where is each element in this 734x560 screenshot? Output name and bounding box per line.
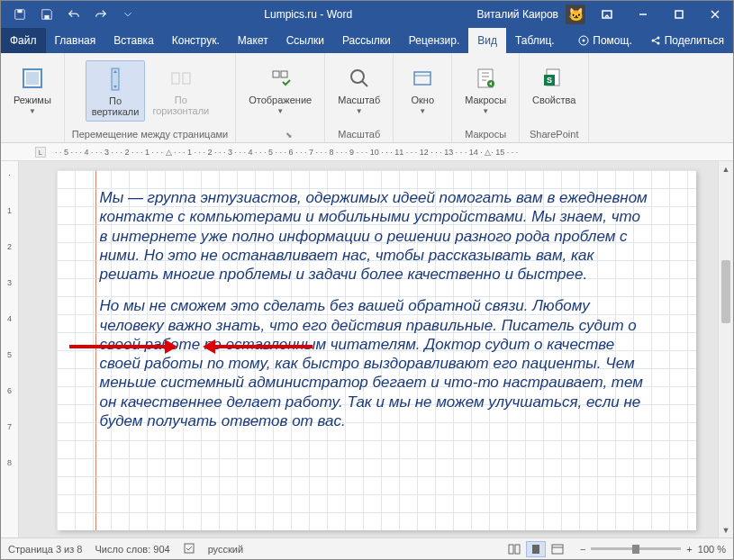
display-button[interactable]: Отображение ▼ — [243, 60, 317, 119]
zoom-controls: − + 100 % — [580, 544, 726, 555]
tab-layout[interactable]: Макет — [229, 28, 277, 53]
svg-rect-1 — [17, 10, 22, 14]
ribbon-tabs: Файл Главная Вставка Конструк. Макет Ссы… — [1, 28, 733, 53]
tab-selector[interactable]: L — [35, 147, 46, 158]
qat-dropdown-icon[interactable] — [116, 3, 140, 26]
tab-share[interactable]: Поделиться — [641, 28, 733, 53]
svg-rect-32 — [509, 545, 513, 554]
proofing-icon[interactable] — [183, 542, 195, 556]
macros-button[interactable]: Макросы ▼ — [459, 60, 512, 119]
svg-rect-21 — [281, 71, 287, 77]
chevron-down-icon: ▼ — [419, 107, 426, 115]
svg-rect-18 — [172, 73, 179, 84]
modes-button[interactable]: Режимы ▼ — [8, 60, 57, 119]
window-icon — [408, 64, 437, 93]
user-section: Виталий Каиров 🐱 — [476, 5, 589, 24]
svg-rect-34 — [532, 545, 539, 554]
tab-mailings[interactable]: Рассылки — [333, 28, 400, 53]
status-wordcount[interactable]: Число слов: 904 — [95, 544, 169, 555]
svg-text:S: S — [547, 76, 552, 85]
horizontal-ruler[interactable]: L · · 5 · · · 4 · · · 3 · · · 2 · · · 1 … — [1, 143, 733, 161]
window-controls — [589, 1, 733, 28]
redo-icon[interactable] — [89, 3, 113, 26]
svg-point-22 — [351, 70, 364, 83]
display-icon — [266, 64, 295, 93]
chevron-down-icon: ▼ — [482, 107, 489, 115]
svg-rect-16 — [26, 72, 39, 85]
chevron-down-icon: ▼ — [356, 107, 363, 115]
ribbon-group-sharepoint: S Свойства SharePoint — [520, 53, 589, 142]
ribbon-group-display: Отображение ▼ ⬊ — [236, 53, 325, 142]
status-language[interactable]: русский — [208, 544, 243, 555]
scroll-up-icon[interactable]: ▲ — [719, 161, 733, 176]
tab-tables[interactable]: Таблиц. — [506, 28, 564, 53]
svg-rect-2 — [44, 15, 49, 19]
svg-rect-20 — [273, 71, 279, 77]
svg-point-9 — [583, 40, 585, 42]
vertical-ruler[interactable]: ·12345678 — [1, 161, 19, 539]
ribbon-group-modes: Режимы ▼ — [1, 53, 65, 142]
vertical-button[interactable]: По вертикали — [86, 60, 146, 122]
scroll-down-icon[interactable]: ▼ — [719, 522, 733, 537]
quick-access-toolbar — [1, 3, 140, 26]
paragraph-1[interactable]: Мы — группа энтузиастов, одержимых идеей… — [100, 188, 653, 284]
tab-view[interactable]: Вид — [468, 28, 506, 53]
chevron-down-icon: ▼ — [29, 107, 36, 115]
username[interactable]: Виталий Каиров — [476, 8, 558, 21]
tab-home[interactable]: Главная — [46, 28, 105, 53]
ribbon-options-icon[interactable] — [589, 1, 625, 28]
horizontal-icon — [167, 64, 195, 93]
horizontal-button: По горизонтали — [147, 60, 214, 120]
zoom-slider[interactable] — [591, 547, 681, 550]
web-layout-icon[interactable] — [548, 541, 567, 557]
undo-icon[interactable] — [62, 3, 86, 26]
tab-review[interactable]: Рецензир. — [400, 28, 468, 53]
ribbon-group-zoom: Масштаб ▼ Масштаб — [325, 53, 394, 142]
tab-references[interactable]: Ссылки — [277, 28, 333, 53]
read-mode-icon[interactable] — [504, 541, 524, 557]
group-launcher-icon[interactable]: ⬊ — [285, 131, 293, 140]
status-page[interactable]: Страница 3 из 8 — [8, 544, 82, 555]
paragraph-2[interactable]: Но мы не сможем это сделать без вашей об… — [100, 296, 653, 430]
svg-rect-33 — [515, 545, 520, 554]
maximize-button[interactable] — [661, 1, 697, 28]
svg-line-13 — [654, 39, 657, 41]
ribbon: Режимы ▼ По вертикали По горизонтали Пер… — [1, 53, 733, 143]
tab-insert[interactable]: Вставка — [104, 28, 163, 53]
scroll-thumb[interactable] — [721, 260, 730, 323]
minimize-button[interactable] — [625, 1, 661, 28]
tab-file[interactable]: Файл — [1, 28, 46, 53]
vertical-icon — [101, 65, 130, 94]
chevron-down-icon: ▼ — [276, 107, 284, 115]
zoom-level[interactable]: 100 % — [698, 544, 726, 555]
statusbar: Страница 3 из 8 Число слов: 904 русский … — [1, 537, 733, 559]
properties-button[interactable]: S Свойства — [527, 60, 581, 109]
annotation-arrows — [69, 341, 313, 352]
ribbon-group-macros: Макросы ▼ Макросы — [452, 53, 520, 142]
svg-rect-24 — [414, 72, 430, 85]
svg-rect-35 — [552, 545, 563, 554]
tab-help[interactable]: Помощ. — [569, 28, 640, 53]
vertical-scrollbar[interactable]: ▲ ▼ — [718, 161, 733, 537]
view-buttons — [504, 541, 567, 557]
svg-rect-5 — [675, 11, 683, 18]
close-button[interactable] — [697, 1, 733, 28]
autosave-icon[interactable] — [8, 3, 32, 26]
magnifier-icon — [345, 64, 374, 93]
modes-icon — [18, 64, 47, 93]
zoom-in-button[interactable]: + — [686, 544, 692, 555]
svg-line-23 — [362, 81, 367, 86]
window-button[interactable]: Окно ▼ — [401, 60, 444, 119]
tab-design[interactable]: Конструк. — [163, 28, 229, 53]
svg-line-14 — [654, 41, 657, 43]
zoom-out-button[interactable]: − — [580, 544, 585, 555]
print-layout-icon[interactable] — [526, 541, 546, 557]
zoom-button[interactable]: Масштаб ▼ — [332, 60, 385, 119]
save-icon[interactable] — [35, 3, 59, 26]
svg-rect-31 — [185, 544, 194, 553]
window-title: Lumpics.ru - Word — [140, 8, 476, 21]
ribbon-group-movement: По вертикали По горизонтали Перемещение … — [65, 53, 236, 142]
titlebar: Lumpics.ru - Word Виталий Каиров 🐱 — [1, 1, 733, 28]
ribbon-group-window: Окно ▼ — [394, 53, 452, 142]
avatar[interactable]: 🐱 — [566, 5, 585, 24]
